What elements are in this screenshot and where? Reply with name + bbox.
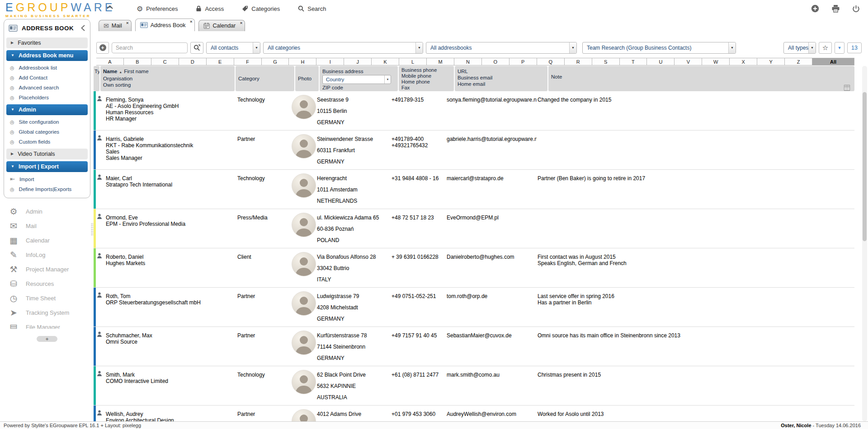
column-header-url-email[interactable]: URL Business email Home email [455,66,547,91]
sidebar-menu-item[interactable]: ◎ Placeholders [4,93,90,103]
search-button[interactable]: Search [298,5,326,12]
alphabet-letter[interactable]: T [620,58,647,65]
alphabet-letter[interactable]: J [344,58,372,65]
alphabet-letter[interactable]: X [730,58,757,65]
tab-address-book[interactable]: Address Book × [135,19,195,31]
egroupware-logo[interactable]: EGROUPWARE MAKING BUSINESS SMARTER [5,2,115,18]
table-row[interactable]: Wellish, Audrey Environ Architectural De… [94,406,854,421]
table-row[interactable]: Harris, Gabriele RKT - Rabe Kommunikatio… [94,131,854,170]
favorites-dropdown-button[interactable]: ▼ [835,42,844,54]
collapse-header-icon[interactable] [107,5,113,9]
alphabet-letter[interactable]: S [592,58,620,65]
sidebar-menu-item[interactable]: ◎ Add Contact [4,73,90,83]
alphabet-letter[interactable]: W [702,58,730,65]
alphabet-letter[interactable]: E [207,58,234,65]
column-header-address[interactable]: Business address Country ▼ ZIP code [320,66,398,91]
alphabet-letter[interactable]: Z [785,58,812,65]
table-row[interactable]: Fleming, Sonya AE - Asolo Engineering Gm… [94,91,854,131]
scrollbar-thumb[interactable] [863,92,867,241]
alphabet-letter[interactable]: B [124,58,151,65]
sidebar-menu-item[interactable]: ◎ Addressbook list [4,63,90,73]
alphabet-letter[interactable]: U [647,58,675,65]
column-header-phones[interactable]: Business phone Mobile phone Home phone F… [399,66,454,91]
alphabet-letter[interactable]: O [482,58,509,65]
close-icon[interactable]: × [126,20,129,25]
table-row[interactable]: Ormond, Eve EPM - Enviro Professional Me… [94,209,854,248]
table-row[interactable]: Schuhmacher, Max Omni Source Partner Kur… [94,327,854,366]
sidebar-collapse-icon[interactable] [81,25,86,31]
organisation-label[interactable]: Organisation [103,75,232,82]
sidebar-section-admin[interactable]: ▼ Admin [6,104,88,115]
app-link[interactable]: File Manager [4,320,90,329]
column-header-type[interactable]: Typ [94,66,99,91]
sidebar-section-video-tutorials[interactable]: ▶ Video Tutorials [6,149,88,159]
app-link[interactable]: InfoLog [4,247,90,262]
sidebar-menu-item[interactable]: ◎ Global categories [4,127,90,137]
sidebar-item-import[interactable]: ⇤ Import [4,174,90,184]
favorite-star-button[interactable]: ☆ [819,42,832,54]
column-selection-icon[interactable] [844,85,850,91]
alphabet-letter[interactable]: R [565,58,592,65]
sidebar-menu-item[interactable]: ◎ Custom fields [4,137,90,147]
sidebar-item-define-imports-exports[interactable]: ◎ Define Imports|Exports [4,184,90,194]
alphabet-letter[interactable]: V [675,58,702,65]
app-link[interactable]: Calendar [4,233,90,247]
alphabet-letter[interactable]: G [262,58,289,65]
alphabet-letter[interactable]: C [151,58,179,65]
advanced-search-button[interactable] [190,42,203,54]
app-link[interactable]: Admin [4,204,90,219]
column-header-note[interactable]: Note [548,66,854,91]
power-icon[interactable] [852,5,860,13]
alphabet-letter[interactable]: P [509,58,537,65]
app-link[interactable]: Project Manager [4,262,90,276]
access-button[interactable]: Access [196,5,224,12]
column-header-category[interactable]: Category [236,66,294,91]
column-header-photo[interactable]: Photo [295,66,319,91]
table-row[interactable]: Roth, Tom ORP Steuerberatungsgesellschaf… [94,288,854,327]
sidebar-section-addressbook-menu[interactable]: ▼ Address Book menu [6,50,88,61]
printer-icon[interactable] [831,5,840,13]
first-name-label[interactable]: First name [124,69,148,74]
alphabet-letter[interactable]: H [289,58,316,65]
app-link[interactable]: Mail [4,219,90,233]
sidebar-splitter-handle[interactable]: ◆ [37,336,57,342]
alphabet-letter[interactable]: Q [537,58,565,65]
alphabet-letter[interactable]: L [399,58,427,65]
alphabet-letter[interactable]: Y [757,58,785,65]
sidebar-section-favorites[interactable]: ▶ Favorites [6,37,88,48]
types-filter-select[interactable]: All types ▼ [783,42,816,54]
alphabet-letter[interactable]: A [96,58,124,65]
sidebar-section-import-export[interactable]: ▼ Import | Export [6,161,88,172]
sort-column-label[interactable]: Name [103,69,117,74]
categories-filter-select[interactable]: All categories ▼ [263,42,423,54]
sidebar-resize-handle[interactable] [91,223,93,236]
vertical-scrollbar[interactable] [862,66,867,421]
add-contact-button[interactable]: + [96,42,109,54]
addressbooks-filter-select[interactable]: All addressbooks ▼ [426,42,577,54]
plus-circle-icon[interactable] [811,5,819,13]
app-link[interactable]: Tracking System [4,305,90,320]
sidebar-menu-item[interactable]: ◎ Advanced search [4,83,90,93]
alphabet-letter[interactable]: F [234,58,262,65]
alphabet-letter[interactable]: K [372,58,399,65]
country-filter-select[interactable]: Country ▼ [322,75,391,84]
team-filter-select[interactable]: Team Research (Group Business Contacts) … [582,42,736,54]
column-header-name[interactable]: Name▲First name Organisation Own sorting [100,66,235,91]
alphabet-letter[interactable]: M [427,58,454,65]
app-link[interactable]: Time Sheet [4,291,90,305]
categories-button[interactable]: Categories [242,5,280,12]
preferences-button[interactable]: ⚙ Preferences [137,5,178,13]
tab-mail[interactable]: ✉ Mail × [99,20,132,31]
contacts-filter-select[interactable]: All contacts ▼ [206,42,260,54]
app-link[interactable]: Resources [4,276,90,291]
table-row[interactable]: Roberto, Daniel Hughes Markets Client Vi… [94,248,854,288]
own-sorting-label[interactable]: Own sorting [103,82,232,88]
alphabet-all-button[interactable]: All [812,58,854,65]
table-row[interactable]: Maier, Carl Stratapro Tech International… [94,170,854,209]
search-input[interactable] [112,42,188,53]
alphabet-letter[interactable]: N [454,58,482,65]
alphabet-letter[interactable]: I [316,58,344,65]
alphabet-letter[interactable]: D [179,58,207,65]
close-icon[interactable]: × [240,20,243,25]
sidebar-menu-item[interactable]: ◎ Site configuration [4,117,90,127]
